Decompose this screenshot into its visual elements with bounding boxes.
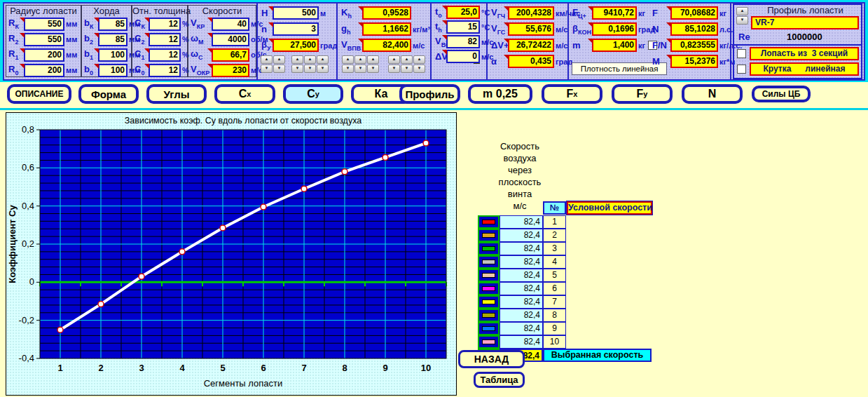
speed-value-cell[interactable]: 82,4: [500, 215, 543, 229]
spinner-down-icon[interactable]: ▼: [317, 65, 329, 73]
param-field[interactable]: 100: [98, 48, 128, 62]
spinner-up-icon[interactable]: ▲: [401, 55, 413, 64]
param-field[interactable]: 15: [446, 20, 480, 34]
param-field[interactable]: 200: [24, 48, 64, 62]
option-checkbox[interactable]: [737, 49, 746, 58]
speed-value-cell[interactable]: 82,4: [500, 335, 543, 349]
svg-text:0,4: 0,4: [22, 201, 34, 211]
tab-cy[interactable]: Cу: [283, 84, 343, 104]
spinner[interactable]: ▲▼: [367, 55, 378, 74]
spinner-down-icon[interactable]: ▼: [736, 16, 748, 25]
cy-chart: 0,80,60,40,20-0,2-0,412345678910Зависимо…: [6, 112, 457, 396]
selected-speed-label: Выбранная скорость: [543, 349, 652, 362]
speed-row: 82,410: [478, 335, 652, 349]
spinner-up-icon[interactable]: ▲: [736, 7, 748, 15]
speed-value-cell[interactable]: 82,4: [500, 242, 543, 255]
group-profile-options: Лопасть из 3 секцийКрутка линейная: [733, 44, 862, 79]
profile-name-field[interactable]: VR-7: [751, 16, 859, 29]
param-field[interactable]: 85: [98, 33, 128, 46]
speed-value-cell[interactable]: 82,4: [500, 282, 543, 295]
spinner-up-icon[interactable]: ▲: [291, 55, 303, 64]
param-field[interactable]: 12: [149, 33, 181, 46]
param-field[interactable]: 12: [149, 48, 181, 62]
back-button[interactable]: НАЗАД: [458, 350, 525, 368]
param-field[interactable]: 12: [149, 64, 181, 77]
spinner-down-icon[interactable]: ▼: [388, 65, 400, 73]
spinner[interactable]: ▲▼: [354, 55, 365, 74]
speed-value-cell[interactable]: 82,4: [500, 255, 543, 269]
param-field[interactable]: 85: [98, 18, 128, 31]
spinner-up-icon[interactable]: ▲: [304, 55, 316, 64]
profile-spinner[interactable]: ▲▼: [736, 7, 747, 25]
tab-profil[interactable]: Профиль: [399, 84, 460, 104]
param-field[interactable]: 4000: [212, 33, 249, 46]
param-row: VОКР230м/с: [188, 62, 256, 78]
param-field[interactable]: 0: [446, 50, 480, 63]
param-field[interactable]: 500: [273, 6, 319, 20]
param-field[interactable]: 550: [24, 33, 64, 46]
param-field[interactable]: 550: [24, 18, 64, 31]
tab-cx[interactable]: Cх: [214, 84, 275, 104]
param-row: gh1,1662кг/м³: [339, 21, 429, 37]
speed-value-cell[interactable]: 82,4: [500, 295, 543, 309]
spinner-down-icon[interactable]: ▼: [304, 65, 316, 73]
tab-ugly[interactable]: Углы: [146, 84, 207, 104]
spinner[interactable]: ▲▼: [342, 55, 352, 74]
tab-label: Ка: [375, 88, 388, 100]
group-thickness: Отн. толщинаCК12%C212%C112%C012%: [132, 5, 188, 77]
spinner-down-icon[interactable]: ▼: [273, 65, 285, 73]
spinner[interactable]: ▲▼: [401, 55, 411, 74]
tab-fy[interactable]: Fу: [612, 84, 673, 104]
param-field[interactable]: 82: [446, 35, 480, 48]
spinner-down-icon[interactable]: ▼: [261, 65, 273, 73]
spinner-down-icon[interactable]: ▼: [401, 65, 413, 73]
spinner-up-icon[interactable]: ▲: [367, 55, 379, 64]
spinner-up-icon[interactable]: ▲: [317, 55, 329, 64]
spinner[interactable]: ▲▼: [388, 55, 399, 74]
speed-color-swatch: [478, 309, 500, 322]
param-field[interactable]: 100: [98, 64, 128, 77]
speed-row: 82,49: [478, 322, 652, 335]
spinner-down-icon[interactable]: ▼: [354, 65, 366, 73]
speed-value-cell[interactable]: 82,4: [500, 309, 543, 322]
spinner-up-icon[interactable]: ▲: [273, 55, 285, 64]
option-checkbox[interactable]: [737, 65, 746, 74]
spinner-down-icon[interactable]: ▼: [367, 65, 379, 73]
tab-forma[interactable]: Форма: [78, 84, 139, 104]
spinner[interactable]: ▲▼: [291, 55, 302, 74]
speed-value-cell[interactable]: 82,4: [500, 322, 543, 335]
spinner-down-icon[interactable]: ▼: [413, 65, 425, 73]
spinner[interactable]: ▲▼: [317, 55, 327, 74]
spinner-up-icon[interactable]: ▲: [354, 55, 366, 64]
param-field[interactable]: 40: [212, 18, 249, 31]
speed-value-cell[interactable]: 82,4: [500, 229, 543, 242]
param-field[interactable]: 12: [149, 18, 181, 31]
param-row: VВПВ82,400м/с: [339, 37, 429, 53]
svg-text:4: 4: [179, 363, 185, 373]
tab-opisanie[interactable]: ОПИСАНИЕ: [7, 84, 71, 104]
tab-fx[interactable]: Fх: [542, 84, 602, 104]
tab-m-025[interactable]: m 0,25: [468, 84, 532, 104]
spinner[interactable]: ▲▼: [273, 55, 284, 74]
param-field[interactable]: 200: [24, 64, 64, 77]
spinner-up-icon[interactable]: ▲: [388, 55, 400, 64]
tab-n[interactable]: N: [682, 84, 743, 104]
parameters-panel-inner: Радиус лопастиRК550ммR2550ммR1200ммR0200…: [3, 2, 865, 81]
spinner-down-icon[interactable]: ▼: [342, 65, 354, 73]
spinner-up-icon[interactable]: ▲: [342, 55, 354, 64]
spinner-up-icon[interactable]: ▲: [261, 55, 273, 64]
param-row: VГС55,676м/с: [489, 21, 566, 37]
table-button[interactable]: Таблица: [474, 372, 525, 388]
caption-line: через: [478, 164, 561, 176]
speed-row: 82,45: [478, 269, 652, 282]
spinner-up-icon[interactable]: ▲: [413, 55, 425, 64]
spinner[interactable]: ▲▼: [304, 55, 315, 74]
spinner[interactable]: ▲▼: [413, 55, 424, 74]
tab-sily-cb[interactable]: Силы ЦБ: [752, 86, 811, 102]
speed-value-cell[interactable]: 82,4: [500, 269, 543, 282]
spinner-down-icon[interactable]: ▼: [291, 65, 303, 73]
param-field[interactable]: 3: [273, 22, 319, 36]
param-unit: град: [320, 41, 337, 50]
speed-color-swatch: [478, 282, 500, 295]
spinner[interactable]: ▲▼: [261, 55, 271, 74]
